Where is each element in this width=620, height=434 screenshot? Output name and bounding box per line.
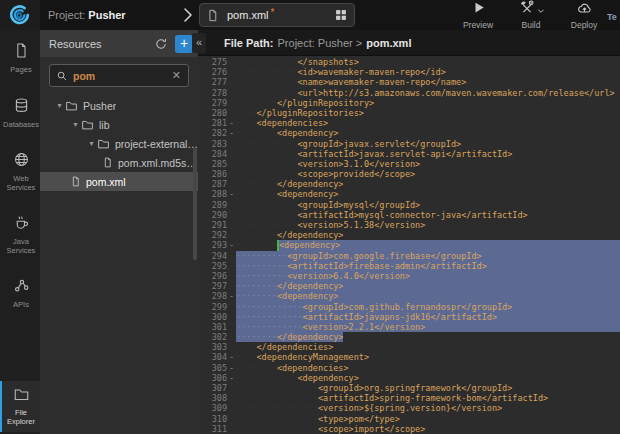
code-line[interactable]: 288-········<dependency> bbox=[198, 189, 620, 199]
code-text[interactable]: <dependency> bbox=[277, 189, 338, 199]
code-line[interactable]: 285 ············<version>3.1.0</version> bbox=[198, 159, 620, 169]
preview-button[interactable]: Preview bbox=[458, 3, 498, 30]
sidebar-item-pages[interactable]: Pages bbox=[0, 36, 40, 81]
fold-marker[interactable]: - bbox=[227, 373, 236, 383]
code-text[interactable]: <groupId>mysql</groupId> bbox=[297, 200, 420, 210]
sidebar-item-databases[interactable]: Databases bbox=[0, 91, 40, 136]
code-text[interactable]: <id>wavemaker-maven-repo</id> bbox=[297, 67, 445, 77]
code-text[interactable]: <artifactId>firebase-admin</artifactId> bbox=[287, 261, 487, 271]
code-text[interactable]: <artifactId>spring-framework-bom</artifa… bbox=[318, 393, 548, 403]
code-line[interactable]: 291 ············<version>5.1.38</version… bbox=[198, 220, 620, 230]
code-line[interactable]: 305-········<dependencies> bbox=[198, 363, 620, 373]
code-line[interactable]: 298-········<dependency> bbox=[198, 291, 620, 301]
code-line[interactable]: 283 ············<groupId>javax.servlet</… bbox=[198, 139, 620, 149]
code-text[interactable]: </dependencies> bbox=[256, 342, 333, 352]
code-text[interactable]: <dependency> bbox=[277, 291, 338, 301]
code-line[interactable]: 290 ············<artifactId>mysql-connec… bbox=[198, 210, 620, 220]
fold-marker[interactable]: - bbox=[227, 189, 236, 199]
code-line[interactable]: 295 ··········<artifactId>firebase-admin… bbox=[198, 261, 620, 271]
code-text[interactable]: <version>3.1.0</version> bbox=[297, 159, 420, 169]
grid-icon[interactable] bbox=[334, 8, 348, 22]
refresh-icon[interactable] bbox=[152, 35, 170, 53]
code-line[interactable]: 306-············<dependency> bbox=[198, 373, 620, 383]
code-line[interactable]: 286 ············<scope>provided</scope> bbox=[198, 169, 620, 179]
code-area[interactable]: 275 ············</snapshots>276 ········… bbox=[198, 56, 620, 434]
code-text-with-caret[interactable]: <dependency> bbox=[277, 240, 340, 250]
sidebar-item-web-services[interactable]: Web Services bbox=[0, 145, 40, 198]
code-text[interactable]: <artifactId>javapns-jdk16</artifactId> bbox=[303, 312, 497, 322]
build-button[interactable]: Build bbox=[511, 3, 551, 30]
fold-marker[interactable]: - bbox=[227, 291, 236, 301]
wavemaker-logo[interactable] bbox=[0, 0, 40, 30]
code-text[interactable]: <version>2.2.1</version> bbox=[303, 322, 426, 332]
code-line[interactable]: 310 ················<type>pom</type> bbox=[198, 414, 620, 424]
tree-item-pom-xml[interactable]: pom.xml bbox=[40, 172, 198, 191]
code-text[interactable]: <groupId>org.springframework</groupId> bbox=[318, 383, 512, 393]
code-line[interactable]: 300 ·············<artifactId>javapns-jdk… bbox=[198, 312, 620, 322]
sidebar-item-file-explorer[interactable]: File Explorer bbox=[0, 381, 40, 432]
resources-search[interactable]: pom ✕ bbox=[49, 64, 189, 87]
tree-item-lib[interactable]: ▾lib bbox=[40, 115, 198, 134]
code-text[interactable]: <url>http://s3.amazonaws.com/maven.wavem… bbox=[297, 88, 614, 98]
resources-scrollbar[interactable] bbox=[193, 148, 197, 260]
code-text[interactable]: <type>pom</type> bbox=[318, 414, 400, 424]
code-line[interactable]: 282-········<dependency> bbox=[198, 128, 620, 138]
code-text[interactable]: <groupId>com.github.fernandospr</groupId… bbox=[303, 302, 513, 312]
code-text[interactable]: <version>6.4.0</version> bbox=[287, 271, 410, 281]
fold-marker[interactable]: - bbox=[227, 352, 236, 362]
code-line[interactable]: 296 ··········<version>6.4.0</version> bbox=[198, 271, 620, 281]
code-text[interactable]: <scope>import</scope> bbox=[318, 424, 425, 434]
fold-marker[interactable]: - bbox=[227, 128, 236, 138]
code-text[interactable]: <groupId>javax.servlet</groupId> bbox=[297, 139, 461, 149]
code-line[interactable]: 292 ········</dependency> bbox=[198, 230, 620, 240]
code-line[interactable]: 308 ················<artifactId>spring-f… bbox=[198, 393, 620, 403]
tab-pom-xml[interactable]: pom.xml * bbox=[199, 3, 355, 27]
code-line[interactable]: 289 ············<groupId>mysql</groupId> bbox=[198, 200, 620, 210]
code-line[interactable]: 297 ········</dependency> bbox=[198, 281, 620, 291]
code-text[interactable]: <dependency> bbox=[297, 373, 358, 383]
tree-item-pom-xml-md5sum[interactable]: pom.xml.md5sum bbox=[40, 153, 198, 172]
code-text[interactable]: </dependency> bbox=[277, 230, 344, 240]
code-line[interactable]: 311 ················<scope>import</scope… bbox=[198, 424, 620, 434]
code-line[interactable]: 281-····<dependencies> bbox=[198, 118, 620, 128]
code-text[interactable]: <name>wavemaker-maven-repo</name> bbox=[297, 77, 466, 87]
code-text[interactable]: <version>5.1.38</version> bbox=[297, 220, 425, 230]
code-line[interactable]: 275 ············</snapshots> bbox=[198, 57, 620, 67]
code-text[interactable]: <dependencies> bbox=[256, 118, 328, 128]
code-text[interactable]: </snapshots> bbox=[297, 57, 358, 67]
code-text[interactable]: <dependency> bbox=[277, 128, 338, 138]
search-input[interactable]: pom bbox=[73, 70, 171, 82]
deploy-button[interactable]: Deploy bbox=[564, 3, 604, 30]
fold-marker[interactable]: - bbox=[227, 240, 236, 250]
code-line[interactable]: 278 ············<url>http://s3.amazonaws… bbox=[198, 88, 620, 98]
code-text[interactable]: <dependencyManagement> bbox=[256, 352, 369, 362]
code-line[interactable]: 307 ················<groupId>org.springf… bbox=[198, 383, 620, 393]
toolbar-item-clipped[interactable]: Te bbox=[607, 12, 620, 22]
code-line[interactable]: 309 ················<version>${spring.ve… bbox=[198, 403, 620, 413]
code-line[interactable]: 284 ············<artifactId>javax.servle… bbox=[198, 149, 620, 159]
caret-down-icon[interactable] bbox=[537, 1, 545, 19]
chevron-down-icon[interactable]: ▾ bbox=[70, 120, 81, 129]
code-line[interactable]: 299 ·············<groupId>com.github.fer… bbox=[198, 302, 620, 312]
code-text[interactable]: </pluginRepositories> bbox=[256, 108, 363, 118]
code-text[interactable]: </pluginRepository> bbox=[277, 98, 374, 108]
chevron-down-icon[interactable]: ▾ bbox=[86, 139, 97, 148]
code-line[interactable]: 303 ····</dependencies> bbox=[198, 342, 620, 352]
code-line[interactable]: 276 ············<id>wavemaker-maven-repo… bbox=[198, 67, 620, 77]
code-text[interactable]: <artifactId>javax.servlet-api</artifactI… bbox=[297, 149, 512, 159]
collapse-left-icon[interactable]: « bbox=[192, 33, 206, 53]
code-line[interactable]: 301 ·············<version>2.2.1</version… bbox=[198, 322, 620, 332]
code-text[interactable]: <dependencies> bbox=[277, 363, 349, 373]
sidebar-item-java-services[interactable]: Java Services bbox=[0, 208, 40, 261]
project-breadcrumb[interactable]: Project: Pusher bbox=[48, 9, 126, 21]
fold-marker[interactable]: - bbox=[227, 118, 236, 128]
code-text[interactable]: <artifactId>mysql-connector-java</artifa… bbox=[297, 210, 527, 220]
code-line[interactable]: 293-········<dependency> bbox=[198, 240, 620, 250]
code-line[interactable]: 294 ··········<groupId>com.google.fireba… bbox=[198, 251, 620, 261]
code-line[interactable]: 280 ····</pluginRepositories> bbox=[198, 108, 620, 118]
code-text[interactable]: <groupId>com.google.firebase</groupId> bbox=[287, 251, 481, 261]
code-text[interactable]: </dependency> bbox=[277, 179, 344, 189]
add-resource-button[interactable]: + bbox=[175, 35, 193, 53]
code-text[interactable]: </dependency> bbox=[277, 281, 344, 291]
tree-item-project-external-depend[interactable]: ▾project-external-depend bbox=[40, 134, 198, 153]
